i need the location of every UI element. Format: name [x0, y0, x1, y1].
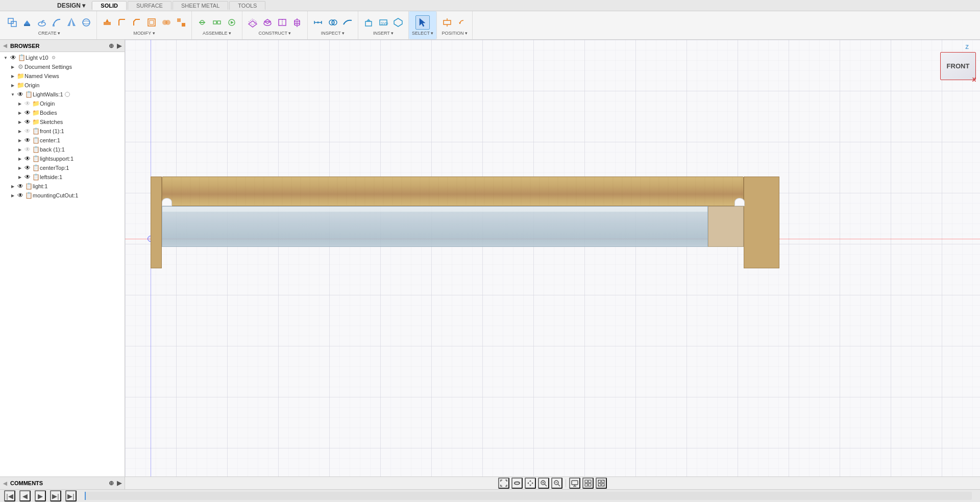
zoom-window-btn[interactable]: [551, 478, 562, 489]
revert-position-btn[interactable]: [455, 15, 469, 30]
press-pull-btn[interactable]: [100, 15, 114, 30]
design-menu[interactable]: DESIGN ▾: [51, 2, 92, 9]
tree-item-leftside-1[interactable]: ▶ 👁 📋 leftside:1: [0, 172, 125, 182]
tree-arrow-named-views[interactable]: ▶: [9, 74, 16, 79]
comments-add-btn[interactable]: ⊕: [109, 480, 114, 487]
tree-item-front-1-1[interactable]: ▶ 👁 📋 front (1):1: [0, 127, 125, 136]
tree-item-back-1-1[interactable]: ▶ 👁 📋 back (1):1: [0, 145, 125, 154]
new-component-btn[interactable]: [5, 15, 19, 30]
insert-mesh-btn[interactable]: [361, 15, 376, 30]
tree-item-lightwalls[interactable]: ▼ 👁 📋 LightWalls:1: [0, 90, 125, 99]
insert-label[interactable]: INSERT ▾: [373, 31, 394, 36]
inspect-label[interactable]: INSPECT ▾: [321, 31, 345, 36]
rigid-group-btn[interactable]: [210, 15, 224, 30]
tree-arrow-root[interactable]: ▼: [2, 56, 9, 60]
loft-btn[interactable]: [64, 15, 79, 30]
top-rail-grain: [162, 177, 743, 205]
playback-prev-btn[interactable]: ◀: [19, 490, 31, 501]
tree-item-light-1[interactable]: ▶ 👁 📋 light:1: [0, 182, 125, 191]
tree-item-center-1[interactable]: ▶ 👁 📋 center:1: [0, 136, 125, 145]
browser-collapse-btn[interactable]: ◀: [3, 43, 7, 48]
modify-label[interactable]: MODIFY ▾: [133, 31, 155, 36]
select-label[interactable]: SELECT ▾: [412, 31, 433, 36]
tree-item-mountingcutout-1[interactable]: ▶ 👁 📋 mountingCutOut:1: [0, 191, 125, 200]
joint-btn[interactable]: [195, 15, 209, 30]
tree-item-origin[interactable]: ▶ 📁 Origin: [0, 81, 125, 90]
tree-arrow-lw-sketches[interactable]: ▶: [16, 120, 23, 124]
position-label[interactable]: POSITION ▾: [442, 31, 468, 36]
tree-arrow-lightwalls[interactable]: ▼: [9, 92, 16, 97]
tree-item-lightsupport-1[interactable]: ▶ 👁 📋 lightsupport:1: [0, 154, 125, 163]
tab-solid[interactable]: SOLID: [92, 1, 127, 10]
tree-item-named-views[interactable]: ▶ 📁 Named Views: [0, 71, 125, 81]
scale-btn[interactable]: [174, 15, 188, 30]
tree-arrow-front-1-1[interactable]: ▶: [16, 129, 23, 134]
tree-arrow-mountingcutout-1[interactable]: ▶: [9, 193, 16, 198]
svg-text:SVG: SVG: [381, 21, 388, 25]
tree-arrow-lw-bodies[interactable]: ▶: [16, 111, 23, 115]
insert-svg-btn[interactable]: SVG: [376, 15, 390, 30]
browser-expand-btn[interactable]: ⊕: [109, 42, 114, 49]
assemble-label[interactable]: ASSEMBLE ▾: [203, 31, 231, 36]
tab-sheetmetal[interactable]: SHEET METAL: [173, 1, 228, 10]
pan-btn[interactable]: [525, 478, 536, 489]
comments-collapse-btn[interactable]: ◀: [3, 481, 7, 486]
tree-arrow-doc-settings[interactable]: ▶: [9, 65, 16, 69]
tree-arrow-center-1[interactable]: ▶: [16, 138, 23, 143]
more-create-btn[interactable]: [79, 15, 93, 30]
fillet-btn[interactable]: [115, 15, 129, 30]
comments-right-btn[interactable]: ▶: [117, 480, 121, 487]
tree-item-centertop-1[interactable]: ▶ 👁 📋 centerTop:1: [0, 163, 125, 172]
tree-item-doc-settings[interactable]: ▶ ⚙ Document Settings: [0, 62, 125, 71]
tangent-plane-btn[interactable]: [260, 15, 275, 30]
timeline-bar[interactable]: [85, 492, 972, 500]
tree-arrow-light-1[interactable]: ▶: [9, 184, 16, 189]
combine-btn[interactable]: [159, 15, 174, 30]
axis-through-cylinder-btn[interactable]: [290, 15, 304, 30]
snap-settings-btn[interactable]: [596, 478, 607, 489]
revolve-btn[interactable]: [35, 15, 49, 30]
tree-item-lw-sketches[interactable]: ▶ 👁 📁 Sketches: [0, 117, 125, 127]
shell-btn[interactable]: [144, 15, 159, 30]
tree-item-lw-origin[interactable]: ▶ 👁 📁 Origin: [0, 99, 125, 108]
chamfer-btn[interactable]: [130, 15, 144, 30]
tree-arrow-centertop-1[interactable]: ▶: [16, 166, 23, 170]
fit-to-screen-btn[interactable]: [498, 478, 509, 489]
display-settings-btn[interactable]: [569, 478, 580, 489]
measure-btn[interactable]: [311, 15, 325, 30]
sweep-btn[interactable]: [50, 15, 64, 30]
insert-decal-btn[interactable]: [391, 15, 405, 30]
offset-plane-btn[interactable]: [246, 15, 260, 30]
playback-play-btn[interactable]: ▶: [35, 490, 46, 501]
playback-last-btn[interactable]: ▶|: [65, 490, 77, 501]
interference-btn[interactable]: [326, 15, 340, 30]
drive-joints-btn[interactable]: [225, 15, 239, 30]
midplane-btn[interactable]: [275, 15, 289, 30]
viewcube-face[interactable]: FRONT: [940, 52, 976, 80]
tab-tools[interactable]: TOOLS: [229, 1, 265, 10]
construct-label[interactable]: CONSTRUCT ▾: [259, 31, 291, 36]
create-label[interactable]: CREATE ▾: [38, 31, 60, 36]
svg-marker-2: [24, 20, 30, 24]
playback-next-btn[interactable]: ▶|: [50, 490, 61, 501]
tree-arrow-lw-origin[interactable]: ▶: [16, 102, 23, 106]
extrude-btn[interactable]: [20, 15, 34, 30]
capture-position-btn[interactable]: [440, 15, 454, 30]
browser-right-btn[interactable]: ▶: [117, 42, 121, 49]
zoom-btn[interactable]: [538, 478, 549, 489]
select-btn[interactable]: [415, 15, 430, 30]
curvature-btn[interactable]: [340, 15, 355, 30]
viewport[interactable]: Z FRONT X: [125, 40, 980, 476]
tree-arrow-back-1-1[interactable]: ▶: [16, 147, 23, 152]
viewcube[interactable]: Z FRONT X: [935, 44, 976, 85]
orbit-btn[interactable]: [511, 478, 523, 489]
grid-settings-btn[interactable]: [582, 478, 594, 489]
tree-arrow-origin[interactable]: ▶: [9, 83, 16, 88]
playback-first-btn[interactable]: |◀: [4, 490, 15, 501]
tree-arrow-leftside-1[interactable]: ▶: [16, 175, 23, 180]
tab-surface[interactable]: SURFACE: [128, 1, 172, 10]
tree-item-lw-bodies[interactable]: ▶ 👁 📁 Bodies: [0, 108, 125, 117]
tree-item-root[interactable]: ▼ 👁 📋 Light v10 ⚙: [0, 53, 125, 62]
tree-arrow-lightsupport-1[interactable]: ▶: [16, 157, 23, 161]
light-panel: [162, 206, 708, 247]
